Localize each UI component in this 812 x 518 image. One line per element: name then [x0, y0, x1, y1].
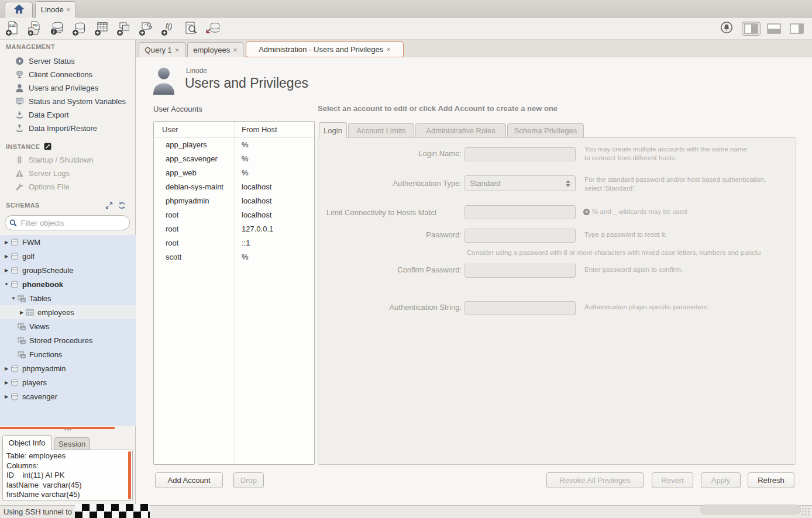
- tab-administrative-roles[interactable]: Administrative Roles: [415, 123, 506, 137]
- add-account-button[interactable]: Add Account: [155, 472, 223, 488]
- tree-item-players[interactable]: ▶players: [0, 375, 136, 389]
- login-name-input[interactable]: [465, 147, 576, 161]
- tree-item-functions[interactable]: Functions: [0, 347, 136, 361]
- revert-button[interactable]: Revert: [652, 472, 693, 488]
- table-row[interactable]: app_players%: [154, 137, 314, 151]
- notifications-icon[interactable]: [720, 21, 733, 36]
- table-row[interactable]: root::1: [154, 236, 314, 250]
- column-header-user[interactable]: User: [154, 125, 235, 134]
- collapse-arrow-icon[interactable]: ▼: [9, 296, 18, 301]
- create-function-icon[interactable]: f(): [160, 20, 176, 36]
- sidebar-item-data-export[interactable]: Data Export: [15, 108, 132, 121]
- tab-session[interactable]: Session: [54, 437, 90, 450]
- home-tab[interactable]: [5, 2, 33, 18]
- open-sql-script-icon[interactable]: SQL: [27, 20, 43, 36]
- expand-arrow-icon[interactable]: ▶: [18, 310, 26, 315]
- sidebar-item-client-connections[interactable]: Client Connections: [15, 68, 132, 81]
- sidebar-item-startup-shutdown[interactable]: Startup / Shutdown: [15, 153, 132, 166]
- table-row[interactable]: app_scavenger%: [154, 151, 314, 165]
- table-row[interactable]: rootlocalhost: [154, 208, 314, 222]
- table-row[interactable]: debian-sys-maintlocalhost: [154, 179, 314, 194]
- object-info-vscrollbar[interactable]: [128, 451, 131, 499]
- user-accounts-heading: User Accounts: [153, 105, 202, 113]
- refresh-schemas-icon[interactable]: [118, 202, 126, 209]
- tree-item-views[interactable]: Views: [0, 319, 136, 333]
- search-data-icon[interactable]: [183, 20, 198, 36]
- create-table-icon[interactable]: [94, 20, 109, 36]
- new-sql-tab-icon[interactable]: SQL: [5, 20, 20, 36]
- password-input[interactable]: [465, 229, 576, 243]
- doc-tab-query1[interactable]: Query 1×: [139, 42, 185, 57]
- auth-string-input[interactable]: [465, 301, 576, 315]
- sidebar-item-data-import[interactable]: Data Import/Restore: [15, 122, 132, 134]
- connection-tab-linode[interactable]: Linode ×: [35, 1, 76, 18]
- close-icon[interactable]: ×: [175, 46, 180, 54]
- schema-icon: [11, 393, 19, 400]
- expand-arrow-icon[interactable]: ▶: [2, 380, 11, 385]
- auth-type-select[interactable]: Standard: [465, 175, 576, 191]
- table-row[interactable]: phpmyadminlocalhost: [154, 194, 314, 208]
- drop-button[interactable]: Drop: [233, 472, 264, 488]
- sidebar-item-options-file[interactable]: Options File: [15, 180, 132, 193]
- tab-object-info[interactable]: Object Info: [2, 435, 51, 450]
- create-schema-icon[interactable]: [71, 20, 87, 36]
- apply-button[interactable]: Apply: [701, 472, 741, 488]
- tree-hscrollbar[interactable]: [0, 427, 115, 429]
- tree-item-scavenger[interactable]: ▶scavenger: [0, 389, 136, 403]
- table-row[interactable]: root127.0.0.1: [154, 222, 314, 236]
- close-icon[interactable]: ×: [386, 45, 391, 54]
- tab-account-limits[interactable]: Account Limits: [348, 123, 414, 137]
- revoke-all-privileges-button[interactable]: Revoke All Privileges: [546, 472, 644, 488]
- auth-type-label: Authentication Type:: [318, 179, 462, 188]
- tab-schema-privileges[interactable]: Schema Privileges: [507, 123, 584, 137]
- tree-item-tables[interactable]: ▼Tables: [0, 291, 136, 305]
- sidebar-item-server-status[interactable]: Server Status: [15, 54, 132, 67]
- toggle-bottom-panel-button[interactable]: [765, 22, 783, 36]
- toggle-right-panel-button[interactable]: [787, 22, 806, 36]
- tree-item-fwm[interactable]: ▶FWM: [0, 235, 136, 249]
- expand-arrow-icon[interactable]: ▶: [2, 366, 11, 371]
- expand-arrow-icon[interactable]: ▶: [2, 268, 11, 273]
- sidebar-item-server-logs[interactable]: Server Logs: [15, 167, 132, 179]
- sidebar-item-users-and-privileges[interactable]: Users and Privileges: [15, 81, 132, 94]
- table-row[interactable]: app_web%: [154, 165, 314, 179]
- tree-item-groupschedule[interactable]: ▶groupSchedule: [0, 263, 136, 277]
- procedures-folder-icon: [18, 337, 26, 344]
- doc-tab-administration[interactable]: Administration - Users and Privileges×: [246, 42, 404, 57]
- expand-arrow-icon[interactable]: ▶: [2, 394, 11, 399]
- limit-hosts-input[interactable]: [465, 205, 576, 219]
- toggle-left-panel-button[interactable]: [742, 22, 761, 36]
- db-info-icon[interactable]: i: [49, 20, 65, 36]
- confirm-password-input[interactable]: [465, 264, 576, 278]
- sidebar-item-status-system-variables[interactable]: Status and System Variables: [15, 95, 132, 108]
- create-view-icon[interactable]: [116, 20, 132, 36]
- tree-item-phpmyadmin[interactable]: ▶phpmyadmin: [0, 361, 136, 375]
- tree-item-phonebook[interactable]: ▼phonebook: [0, 277, 136, 291]
- expand-arrow-icon[interactable]: ▶: [2, 254, 11, 259]
- object-info-line: Columns:: [6, 461, 129, 471]
- server-logs-icon: [15, 169, 24, 178]
- tree-item-employees[interactable]: ▶employees: [0, 305, 136, 319]
- column-header-from-host[interactable]: From Host: [235, 125, 277, 134]
- splitter-grip[interactable]: ▪▪▪: [60, 427, 76, 432]
- object-info-line: ID int(11) AI PK: [6, 471, 129, 481]
- horizontal-scrollbar[interactable]: [700, 505, 801, 514]
- create-procedure-icon[interactable]: [138, 20, 154, 36]
- refresh-button[interactable]: Refresh: [748, 472, 794, 488]
- data-transfer-icon[interactable]: [205, 20, 221, 36]
- login-name-hint: You may create multiple accounts with th…: [584, 145, 747, 162]
- close-icon[interactable]: ×: [233, 46, 238, 54]
- doc-tab-employees[interactable]: employees×: [187, 42, 243, 57]
- table-row[interactable]: scott%: [154, 250, 314, 264]
- tree-item-stored-procedures[interactable]: Stored Procedures: [0, 333, 136, 347]
- resize-grip[interactable]: [801, 507, 810, 516]
- tab-login[interactable]: Login: [319, 122, 347, 138]
- main-toolbar: SQL SQL i f(): [0, 18, 812, 40]
- expand-schemas-icon[interactable]: [105, 202, 113, 209]
- panel-toggles: [720, 21, 806, 36]
- close-icon[interactable]: ×: [66, 5, 71, 14]
- collapse-arrow-icon[interactable]: ▼: [2, 282, 11, 287]
- schema-filter-input[interactable]: [21, 219, 125, 227]
- expand-arrow-icon[interactable]: ▶: [2, 240, 11, 245]
- tree-item-golf[interactable]: ▶golf: [0, 249, 136, 263]
